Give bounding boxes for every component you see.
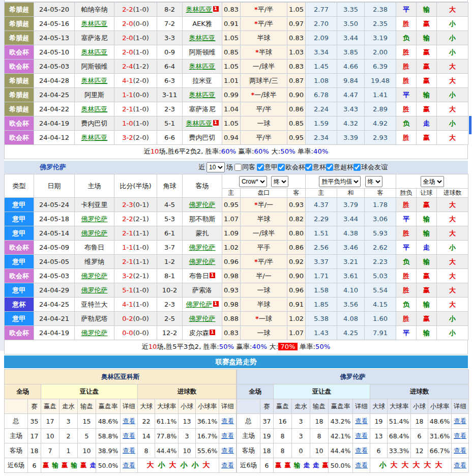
home-team-link[interactable]: 塞萨洛尼 — [81, 34, 108, 42]
result-goals-cell: 小 — [437, 31, 468, 45]
view-link[interactable]: 查看 — [123, 447, 135, 454]
away-team-link[interactable]: 佛罗伦萨 — [189, 315, 216, 322]
league-filter-checkbox[interactable] — [353, 164, 361, 171]
mean-draw-cell: 3.44 — [337, 31, 365, 45]
mean-type-select[interactable]: 胜平负均值 — [319, 176, 361, 187]
home-team-cell: 阿里斯 — [75, 88, 114, 102]
home-team-link[interactable]: 亚特兰大 — [81, 301, 108, 308]
away-team-link[interactable]: 塞萨洛尼 — [189, 105, 216, 113]
away-team-cell: 奥林匹亚1 — [183, 3, 222, 17]
away-team-link[interactable]: 奥林匹亚 — [186, 6, 213, 13]
away-team-link[interactable]: 佛罗伦萨 — [186, 301, 213, 308]
same-away-checkbox[interactable] — [234, 164, 242, 171]
home-team-link[interactable]: 阿斯顿维 — [81, 63, 108, 70]
league-filter[interactable]: 欧会杯 — [278, 163, 305, 172]
away-team-link[interactable]: 阿斯顿维 — [189, 48, 216, 56]
odds-time-select[interactable]: 终 — [271, 176, 288, 187]
away-team-link[interactable]: AEK雅 — [192, 20, 212, 27]
recent-count-select[interactable]: 10 — [206, 162, 225, 172]
league-filter-checkbox[interactable] — [278, 164, 285, 171]
away-team-link[interactable]: 萨索洛 — [192, 286, 212, 294]
match-row: 希腊超 24-04-28 奥林匹亚 4-1(2-0) 6-3 拉米亚 1.01 … — [5, 74, 468, 88]
corner-cell: 5-1 — [157, 116, 183, 131]
handicap-cell: 平/半 — [241, 131, 287, 145]
mean-time-select[interactable]: 终 — [365, 176, 382, 187]
away-team-link[interactable]: 布鲁日 — [189, 272, 209, 280]
league-filter[interactable]: 意超杯 — [326, 163, 353, 172]
home-team-link[interactable]: 佛罗伦萨 — [81, 329, 108, 337]
home-team-link[interactable]: 奥林匹亚 — [81, 20, 108, 27]
view-link[interactable]: 查看 — [355, 417, 368, 425]
seq-char: 赢 — [80, 461, 87, 469]
home-team-link[interactable]: 萨勒尼塔 — [81, 315, 108, 322]
scrollbar-thumb[interactable] — [469, 116, 471, 134]
home-team-link[interactable]: 佛罗伦萨 — [81, 272, 108, 280]
result-handicap-cell: 赢 — [417, 269, 437, 283]
league-filter-checkbox[interactable] — [305, 164, 312, 171]
home-team-cell: 奥林匹亚 — [75, 102, 114, 116]
league-filter[interactable]: 球会友谊 — [353, 163, 388, 172]
league-filter[interactable]: 意甲 — [257, 163, 278, 172]
league-filter-checkbox[interactable] — [326, 164, 333, 171]
home-team-link[interactable]: 奥林匹亚 — [81, 48, 108, 56]
away-team-link[interactable]: 奥林匹亚 — [186, 120, 213, 127]
home-team-link[interactable]: 布鲁日 — [84, 244, 104, 251]
away-team-link[interactable]: 拉米亚 — [192, 77, 212, 84]
away-team-link[interactable]: 佛罗伦萨 — [189, 244, 216, 251]
summary-segment: 50% — [280, 147, 296, 155]
view-link[interactable]: 查看 — [221, 417, 234, 425]
away-team-link[interactable]: 佛罗伦萨 — [189, 258, 216, 265]
away-team-cell: AEK雅 — [183, 17, 222, 31]
home-team-cell: 佛罗伦萨 — [75, 269, 114, 283]
home-team-link[interactable]: 阿里斯 — [84, 91, 104, 99]
view-link[interactable]: 查看 — [221, 447, 234, 454]
away-team-link[interactable]: 那不勒斯 — [189, 215, 216, 223]
view-link[interactable]: 查看 — [454, 432, 466, 439]
league-filter[interactable]: 意杯 — [305, 163, 326, 172]
home-team-link[interactable]: 佛罗伦萨 — [81, 286, 108, 294]
view-link[interactable]: 查看 — [454, 461, 466, 469]
home-team-link[interactable]: 帕纳辛纳 — [81, 6, 108, 13]
league-filter-checkbox[interactable] — [257, 164, 264, 171]
home-team-link[interactable]: 费内巴切 — [81, 120, 108, 127]
corner-cell: 3-3 — [157, 31, 183, 45]
away-team-link[interactable]: 奥林匹亚 — [189, 63, 216, 70]
home-odds-cell: 0.91 — [222, 17, 241, 31]
score-cell: 1-0(1-0) — [114, 116, 157, 131]
away-odds-cell: 0.90 — [287, 269, 306, 283]
match-row: 意甲 24-05-14 佛罗伦萨 2-1(1-1) 6-1 蒙扎 1.09 一/… — [5, 226, 468, 241]
stat-push: 3 — [60, 414, 78, 429]
view-link[interactable]: 查看 — [355, 461, 368, 469]
view-link[interactable]: 查看 — [355, 432, 368, 439]
home-team-link[interactable]: 佛罗伦萨 — [81, 229, 108, 237]
view-link[interactable]: 查看 — [454, 447, 466, 454]
trend-stat-row: 主场 19 8 3 8 42.1% 查看 13 68.4% 6 31.6% 查看 — [237, 429, 469, 443]
away-team-link[interactable]: 蒙扎 — [196, 229, 209, 237]
odds-company-select[interactable]: Crow* — [239, 176, 267, 187]
summary-segment: 场,胜5平3负2, 胜率: — [157, 343, 219, 350]
home-team-link[interactable]: 奥林匹亚 — [81, 134, 108, 141]
away-team-link[interactable]: 皮尔森 — [189, 329, 209, 337]
view-link[interactable]: 查看 — [355, 447, 368, 454]
away-team-link[interactable]: 奥林匹亚 — [189, 34, 216, 42]
view-link[interactable]: 查看 — [123, 417, 135, 425]
home-team-link[interactable]: 奥林匹亚 — [81, 105, 108, 113]
result-goals-cell: 大 — [437, 198, 468, 212]
result-wdl-cell: 胜 — [396, 74, 417, 88]
home-team-link[interactable]: 卡利亚里 — [81, 201, 108, 209]
same-away-filter[interactable]: 同客 — [234, 163, 255, 172]
view-link[interactable]: 查看 — [454, 417, 466, 425]
away-team-link[interactable]: 奥林匹亚 — [189, 91, 216, 99]
away-team-link[interactable]: 费内巴切 — [189, 134, 216, 141]
away-team-link[interactable]: 佛罗伦萨 — [189, 201, 216, 209]
scope-select[interactable]: 全场 — [421, 176, 444, 187]
sub-push: 走水 — [60, 399, 78, 414]
home-team-link[interactable]: 佛罗伦萨 — [81, 215, 108, 223]
view-link[interactable]: 查看 — [123, 461, 135, 469]
home-team-link[interactable]: 维罗纳 — [84, 258, 104, 265]
view-link[interactable]: 查看 — [221, 432, 234, 439]
view-link[interactable]: 查看 — [221, 461, 234, 469]
view-link[interactable]: 查看 — [123, 432, 135, 439]
home-team-link[interactable]: 奥林匹亚 — [81, 77, 108, 84]
result-goals-cell: 大 — [437, 283, 468, 298]
